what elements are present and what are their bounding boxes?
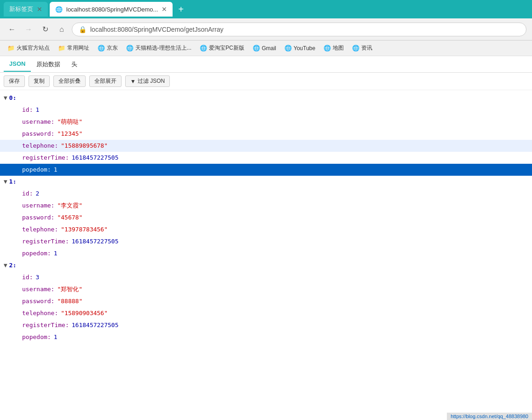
val-0-id: 1 (35, 105, 39, 115)
bookmark-youtube[interactable]: 🌐 YouTube (281, 43, 319, 53)
json-field-2-password[interactable]: password: "88888" (0, 295, 532, 307)
val-1-id: 2 (35, 189, 39, 199)
json-viewer: JSON 原始数据 头 保存 复制 全部折叠 全部展开 ▼ 过滤 JSON ▼ … (0, 56, 532, 345)
val-0-popedom: 1 (54, 165, 58, 175)
json-field-1-username[interactable]: username: "李文霞" (0, 200, 532, 212)
address-text: localhost:8080/SpringMVCDemo/getJsonArra… (90, 26, 223, 33)
tab-raw[interactable]: 原始数据 (31, 57, 66, 72)
json-field-1-registerTime[interactable]: registerTime: 1618457227505 (0, 236, 532, 247)
json-field-0-telephone[interactable]: telephone: "15889895678" (0, 140, 532, 152)
bookmark-taobao[interactable]: 🌐 爱淘宝PC新版 (196, 42, 248, 54)
val-2-popedom: 1 (54, 332, 58, 342)
val-0-password: "12345" (57, 129, 82, 139)
add-tab-button[interactable]: + (174, 4, 187, 15)
bookmark-common[interactable]: 📁 常用网址 (54, 42, 93, 54)
key-1-popedom: popedom: (22, 248, 51, 259)
key-1-password: password: (22, 213, 54, 223)
key-1-id: id: (22, 189, 33, 199)
json-field-0-id[interactable]: id: 1 (0, 104, 532, 116)
val-0-registerTime: 1618457227505 (72, 153, 119, 163)
val-0-username: "萌萌哒" (57, 117, 82, 127)
tab-close-newtab[interactable]: ✕ (37, 6, 42, 13)
json-field-0-registerTime[interactable]: registerTime: 1618457227505 (0, 152, 532, 164)
val-1-password: "45678" (57, 213, 82, 223)
json-field-2-telephone[interactable]: telephone: "15890903456" (0, 307, 532, 319)
tab-favicon: 🌐 (55, 6, 63, 13)
key-2-popedom: popedom: (22, 332, 51, 342)
json-field-1-password[interactable]: password: "45678" (0, 212, 532, 224)
key-2-id: id: (22, 272, 33, 282)
bookmark-news[interactable]: 🌐 资讯 (348, 42, 376, 54)
key-0-password: password: (22, 129, 54, 139)
reload-button[interactable]: ↻ (39, 23, 52, 36)
forward-button[interactable]: → (22, 23, 35, 36)
bookmark-firefox[interactable]: 📁 火狐官方站点 (4, 42, 53, 54)
json-field-0-password[interactable]: password: "12345" (0, 128, 532, 140)
val-1-registerTime: 1618457227505 (72, 236, 119, 247)
json-field-2-id[interactable]: id: 3 (0, 271, 532, 283)
val-2-telephone: "15890903456" (61, 308, 108, 318)
json-field-0-username[interactable]: username: "萌萌哒" (0, 116, 532, 128)
bookmark-icon-3: 🌐 (126, 45, 133, 52)
json-field-0-popedom[interactable]: popedom: 1 (0, 164, 532, 176)
key-2-telephone: telephone: (22, 308, 58, 318)
json-field-2-popedom[interactable]: popedom: 1 (0, 331, 532, 343)
bookmark-label-6: YouTube (294, 45, 315, 52)
bookmark-label-3: 天猫精选-理想生活上... (135, 44, 191, 52)
bookmark-icon-4: 🌐 (200, 45, 207, 52)
copy-button[interactable]: 复制 (29, 75, 50, 87)
toggle-2[interactable]: ▼ (4, 260, 7, 270)
filter-label: 过滤 JSON (138, 77, 165, 85)
json-item-2-header[interactable]: ▼ 2: (0, 259, 532, 271)
json-content: ▼ 0: id: 1 username: "萌萌哒" password: "12… (0, 90, 532, 345)
bookmark-icon-6: 🌐 (284, 45, 292, 52)
nav-bar: ← → ↻ ⌂ 🔒 localhost:8080/SpringMVCDemo/g… (0, 18, 532, 40)
index-1: 1: (9, 177, 17, 187)
key-0-registerTime: registerTime: (22, 153, 69, 163)
json-item-1-header[interactable]: ▼ 1: (0, 176, 532, 188)
key-1-telephone: telephone: (22, 224, 58, 235)
val-1-username: "李文霞" (57, 201, 82, 211)
val-1-popedom: 1 (54, 248, 58, 259)
tab-headers[interactable]: 头 (66, 57, 83, 72)
home-button[interactable]: ⌂ (55, 23, 68, 36)
bookmark-label-1: 常用网址 (67, 44, 89, 52)
bookmark-label-5: Gmail (262, 45, 276, 52)
back-button[interactable]: ← (6, 23, 18, 36)
filter-button[interactable]: ▼ 过滤 JSON (125, 75, 170, 87)
key-1-registerTime: registerTime: (22, 236, 69, 247)
bookmark-map[interactable]: 🌐 地图 (320, 42, 347, 54)
tab-close-localhost[interactable]: ✕ (162, 6, 167, 13)
address-bar[interactable]: 🔒 localhost:8080/SpringMVCDemo/getJsonAr… (72, 23, 526, 36)
json-field-2-registerTime[interactable]: registerTime: 1618457227505 (0, 319, 532, 331)
bookmark-label-2: 京东 (107, 44, 118, 52)
json-field-1-telephone[interactable]: telephone: "13978783456" (0, 224, 532, 236)
bookmark-icon-7: 🌐 (324, 45, 331, 52)
toggle-1[interactable]: ▼ (4, 177, 7, 187)
json-field-2-username[interactable]: username: "郑智化" (0, 283, 532, 295)
expand-all-button[interactable]: 全部展开 (89, 75, 121, 87)
bookmark-gmail[interactable]: 🌐 Gmail (249, 43, 280, 53)
bookmark-jd[interactable]: 🌐 京东 (94, 42, 121, 54)
tab-label: 新标签页 (9, 5, 33, 13)
index-0: 0: (9, 93, 17, 103)
bookmark-label-7: 地图 (333, 44, 344, 52)
bookmarks-bar: 📁 火狐官方站点 📁 常用网址 🌐 京东 🌐 天猫精选-理想生活上... 🌐 爱… (0, 40, 532, 56)
key-0-telephone: telephone: (22, 141, 58, 151)
val-0-telephone: "15889895678" (61, 141, 108, 151)
json-field-1-popedom[interactable]: popedom: 1 (0, 247, 532, 259)
toggle-0[interactable]: ▼ (4, 93, 7, 103)
save-button[interactable]: 保存 (4, 75, 25, 87)
tab-json[interactable]: JSON (4, 57, 31, 72)
bookmark-icon-2: 🌐 (98, 45, 105, 52)
tab-localhost[interactable]: 🌐 localhost:8080/SpringMVCDemo... ✕ (50, 2, 173, 17)
tab-newtab[interactable]: 新标签页 ✕ (4, 2, 48, 17)
index-2: 2: (9, 260, 17, 270)
json-tabs-bar: JSON 原始数据 头 (0, 56, 532, 73)
key-2-registerTime: registerTime: (22, 320, 69, 330)
json-item-0-header[interactable]: ▼ 0: (0, 92, 532, 104)
json-field-1-id[interactable]: id: 2 (0, 188, 532, 200)
collapse-all-button[interactable]: 全部折叠 (53, 75, 86, 87)
bookmark-icon-5: 🌐 (253, 45, 260, 52)
bookmark-tmall[interactable]: 🌐 天猫精选-理想生活上... (122, 42, 195, 54)
